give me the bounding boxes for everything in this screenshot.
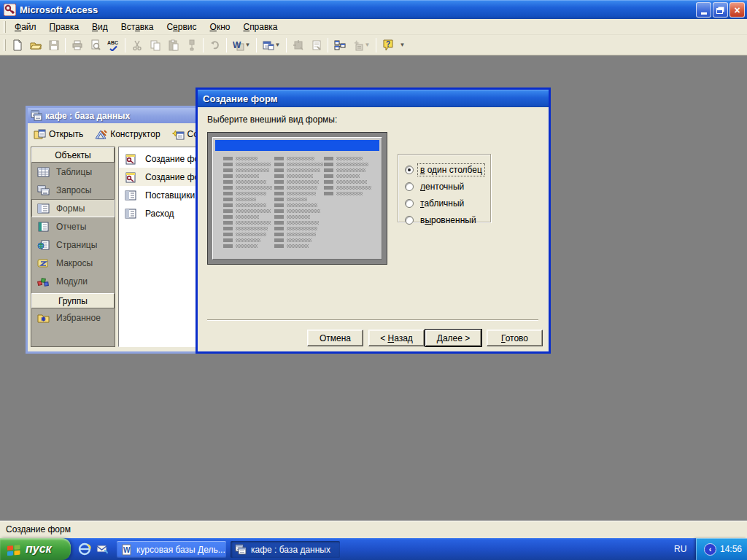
preview-field-row <box>274 192 323 198</box>
office-links-button[interactable]: W▼ <box>229 36 254 54</box>
next-button[interactable]: Далее > <box>425 330 481 346</box>
svg-text:ABC: ABC <box>107 40 118 45</box>
radio-datasheet[interactable] <box>405 199 414 208</box>
objects-header-button[interactable]: Объекты <box>31 147 115 163</box>
preview-field-row <box>223 198 272 203</box>
properties-button[interactable] <box>307 36 325 54</box>
close-button[interactable]: × <box>729 2 745 18</box>
toolbar-grip[interactable] <box>4 39 6 51</box>
database-icon <box>31 110 42 121</box>
radio-row-columnar[interactable]: в один столбец <box>405 161 490 178</box>
help-button[interactable]: ? <box>379 36 397 54</box>
taskbar: пуск W курсовая базы Дель... кафе : база… <box>0 538 747 560</box>
menubar: Файл Правка Вид Вставка Сервис Окно Спра… <box>0 19 747 35</box>
spelling-button[interactable]: ABC <box>104 36 123 54</box>
tray-language-icon[interactable]: ‹ <box>704 543 716 556</box>
menubar-grip[interactable] <box>4 21 6 33</box>
groups-header-button[interactable]: Группы <box>31 293 115 308</box>
start-label: пуск <box>26 542 52 556</box>
menu-file[interactable]: Файл <box>8 20 43 34</box>
menu-view[interactable]: Вид <box>85 20 115 34</box>
menu-tools[interactable]: Сервис <box>160 20 203 34</box>
sidebar-item-reports[interactable]: Отчеты <box>31 217 115 236</box>
radio-columnar[interactable] <box>405 166 414 174</box>
preview-field-row <box>324 186 371 192</box>
new-object-button[interactable]: ▼ <box>349 36 374 54</box>
preview-field-row <box>274 157 323 163</box>
sidebar-item-tables[interactable]: Таблицы <box>31 163 115 181</box>
copy-button[interactable] <box>146 36 164 54</box>
dropdown-icon: ▼ <box>275 42 281 48</box>
paste-button[interactable] <box>164 36 182 54</box>
toolbar-options-button[interactable]: ▼ <box>397 36 407 54</box>
preview-column-1 <box>223 157 272 250</box>
print-preview-button[interactable] <box>86 36 104 54</box>
sidebar-item-pages[interactable]: Страницы <box>31 236 115 254</box>
preview-field-row <box>274 209 323 215</box>
format-painter-button[interactable] <box>182 36 201 54</box>
radio-row-justified[interactable]: выровненный <box>405 211 490 228</box>
dialog-prompt: Выберите внешний вид формы: <box>207 114 337 125</box>
toolbar: ABC W▼ ▼ ▼ ? ▼ <box>0 35 747 55</box>
start-button[interactable]: пуск <box>0 538 71 560</box>
sidebar-item-queries[interactable]: Запросы <box>31 181 115 199</box>
analyze-icon <box>263 39 274 51</box>
taskbar-item-word[interactable]: W курсовая базы Дель... <box>117 541 226 558</box>
analyze-button[interactable]: ▼ <box>259 36 284 54</box>
open-icon <box>30 39 42 51</box>
menu-insert[interactable]: Вставка <box>115 20 160 34</box>
toolbar-separator <box>226 38 227 52</box>
preview-field-row <box>223 157 272 163</box>
radio-row-tabular[interactable]: ленточный <box>405 178 490 195</box>
dialog-titlebar[interactable]: Создание форм <box>198 90 549 107</box>
preview-field-row <box>274 198 323 203</box>
app-title: Microsoft Access <box>20 4 98 15</box>
radio-justified[interactable] <box>405 216 414 225</box>
undo-button[interactable] <box>206 36 224 54</box>
minimize-button[interactable] <box>696 2 711 18</box>
restore-button[interactable] <box>713 2 728 18</box>
clock[interactable]: 14:56 <box>720 544 742 554</box>
back-button[interactable]: < Назад <box>368 330 425 346</box>
open-button[interactable] <box>26 36 44 54</box>
toolbar-separator <box>65 38 66 52</box>
sidebar-item-forms[interactable]: Формы <box>31 199 115 217</box>
wizard-form-icon <box>125 153 136 165</box>
internet-explorer-icon[interactable] <box>77 542 92 556</box>
cancel-button[interactable]: Отмена <box>307 330 363 346</box>
language-indicator[interactable]: RU <box>674 538 686 560</box>
design-button[interactable]: Конструктор <box>95 129 160 140</box>
preview-field-row <box>274 174 323 180</box>
new-button[interactable] <box>8 36 26 54</box>
preview-form-titlebar <box>215 140 379 151</box>
preview-field-row <box>324 163 371 168</box>
sidebar-item-macros[interactable]: Макросы <box>31 254 115 272</box>
sidebar-item-favorites[interactable]: Избранное <box>31 308 115 327</box>
dialog-separator <box>207 319 538 321</box>
sidebar-item-modules[interactable]: Модули <box>31 272 115 290</box>
menu-help[interactable]: Справка <box>236 20 284 34</box>
object-bar: Объекты Таблицы Запросы Формы Отчеты Стр… <box>31 147 115 347</box>
svg-text:W: W <box>233 40 241 50</box>
print-button[interactable] <box>68 36 86 54</box>
open-object-button[interactable]: Открыть <box>34 129 83 140</box>
cut-button[interactable] <box>128 36 146 54</box>
relationships-button[interactable] <box>330 36 349 54</box>
save-button[interactable] <box>44 36 63 54</box>
taskbar-item-access-db[interactable]: кафе : база данных <box>231 541 340 558</box>
preview-field-row <box>223 244 272 250</box>
preview-field-row <box>324 168 371 174</box>
finish-button[interactable]: Готово <box>487 330 543 346</box>
radio-row-datasheet[interactable]: табличный <box>405 195 490 211</box>
spelling-icon: ABC <box>107 39 120 51</box>
status-bar: Создание форм <box>0 520 747 538</box>
reports-icon <box>37 222 50 232</box>
preview-field-row <box>223 233 272 238</box>
code-button[interactable] <box>289 36 307 54</box>
radio-tabular[interactable] <box>405 182 414 191</box>
preview-field-row <box>223 238 272 244</box>
outlook-express-icon[interactable] <box>95 542 109 556</box>
menu-window[interactable]: Окно <box>204 20 237 34</box>
preview-field-row <box>274 186 323 192</box>
menu-edit[interactable]: Правка <box>43 20 86 34</box>
